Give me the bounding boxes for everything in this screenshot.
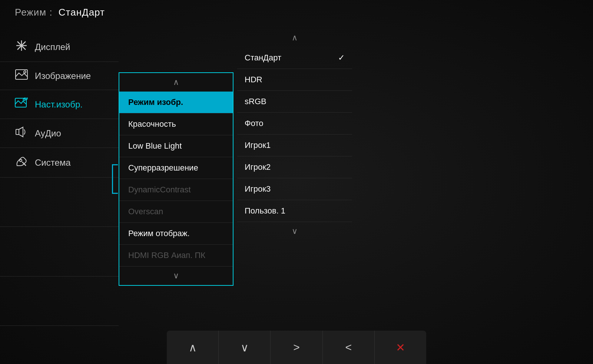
- svg-point-4: [20, 44, 23, 47]
- audio-icon: [15, 126, 28, 140]
- center-panel: ∧ Режим изобр. Красочность Low Blue Ligh…: [119, 72, 233, 286]
- image-settings-icon: [15, 97, 28, 111]
- center-item-superresolution[interactable]: Суперразрешение: [119, 157, 233, 179]
- image-icon: [15, 69, 28, 82]
- right-item-player2[interactable]: Игрок2: [237, 156, 352, 178]
- svg-rect-12: [16, 129, 19, 135]
- right-item-photo[interactable]: Фото: [237, 113, 352, 135]
- center-item-low-blue-light[interactable]: Low Blue Light: [119, 135, 233, 157]
- display-icon: [15, 40, 28, 54]
- center-item-overscan: Overscan: [119, 201, 233, 223]
- sidebar-label-image-settings: Наст.изобр.: [35, 99, 83, 110]
- sidebar-bottom-spacers: [0, 178, 119, 326]
- nav-btn-up[interactable]: ∧: [167, 331, 219, 364]
- sidebar-item-image-settings[interactable]: Наст.изобр.: [0, 90, 119, 119]
- sidebar: Дисплей Изображение: [0, 29, 119, 330]
- right-item-player3[interactable]: Игрок3: [237, 178, 352, 200]
- center-item-mode[interactable]: Режим изобр.: [119, 92, 233, 113]
- sidebar-label-image: Изображение: [35, 71, 91, 81]
- spacer-3: [0, 277, 119, 326]
- right-panel-down-arrow[interactable]: ∨: [237, 222, 352, 241]
- panel-bracket: [112, 164, 118, 194]
- sidebar-item-audio[interactable]: АуДио: [0, 119, 119, 148]
- checkmark-standard: ✓: [338, 53, 345, 63]
- bottom-bar: ∧ ∨ > < ✕: [167, 331, 426, 364]
- spacer-2: [0, 227, 119, 276]
- nav-btn-right[interactable]: >: [271, 331, 322, 364]
- mode-label: Режим :: [15, 7, 53, 18]
- right-item-player1[interactable]: Игрок1: [237, 135, 352, 156]
- right-panel: ∧ СтанДарт ✓ HDR sRGB Фото Игрок1 Игрок2: [233, 29, 352, 330]
- main-content: Дисплей Изображение: [0, 25, 593, 330]
- center-panel-down-arrow[interactable]: ∨: [119, 267, 233, 285]
- center-panel-up-arrow[interactable]: ∧: [119, 73, 233, 92]
- svg-marker-13: [19, 127, 23, 137]
- right-item-hdr[interactable]: HDR: [237, 69, 352, 91]
- sidebar-label-display: Дисплей: [35, 42, 70, 52]
- sidebar-item-image[interactable]: Изображение: [0, 62, 119, 90]
- center-item-display-mode[interactable]: Режим отображ.: [119, 223, 233, 245]
- nav-btn-down[interactable]: ∨: [219, 331, 271, 364]
- svg-point-6: [24, 71, 26, 73]
- center-item-dynamic-contrast: DynamicContrast: [119, 179, 233, 201]
- sidebar-item-display[interactable]: Дисплей: [0, 32, 119, 62]
- screen: Режим : СтанДарт Дисплей: [0, 0, 593, 364]
- svg-point-14: [20, 159, 22, 162]
- nav-btn-left[interactable]: <: [323, 331, 375, 364]
- right-item-standard[interactable]: СтанДарт ✓: [237, 47, 352, 69]
- right-item-srgb[interactable]: sRGB: [237, 91, 352, 113]
- sidebar-item-system[interactable]: Система: [0, 148, 119, 178]
- sidebar-label-system: Система: [35, 158, 71, 168]
- system-icon: [15, 155, 28, 170]
- right-panel-up-arrow[interactable]: ∧: [237, 29, 352, 47]
- top-bar: Режим : СтанДарт: [0, 0, 593, 25]
- mode-value: СтанДарт: [59, 7, 105, 18]
- center-item-colorfulness[interactable]: Красочность: [119, 113, 233, 135]
- center-item-hdmi-rgb: HDMI RGB Аиап. ПК: [119, 245, 233, 267]
- right-item-user1[interactable]: Пользов. 1: [237, 200, 352, 222]
- nav-btn-close[interactable]: ✕: [375, 331, 426, 364]
- sidebar-label-audio: АуДио: [35, 128, 61, 139]
- spacer-1: [0, 178, 119, 227]
